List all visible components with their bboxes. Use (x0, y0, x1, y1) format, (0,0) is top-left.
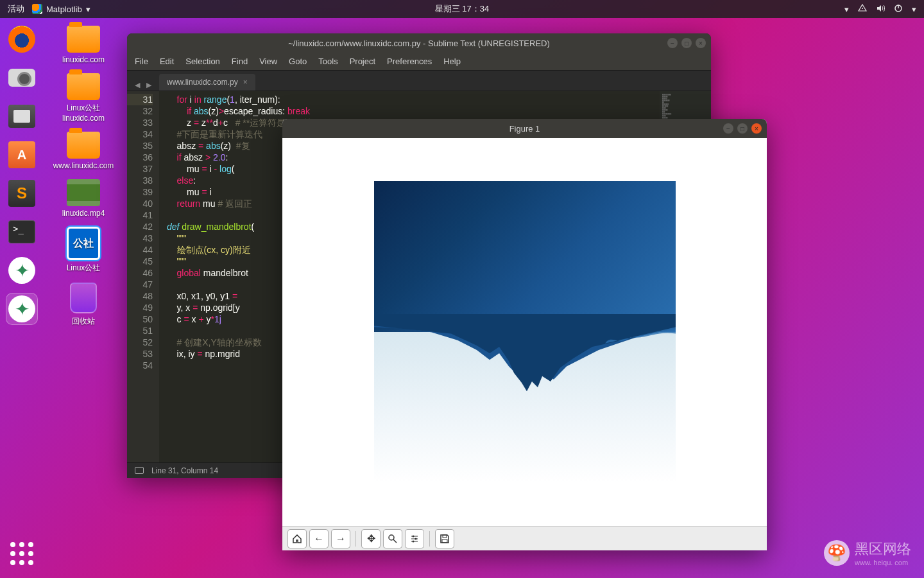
folder-icon (67, 26, 100, 53)
top-panel: 活动 Matplotlib ▾ 星期三 17：34 ▾ ▾ (0, 0, 924, 18)
launcher-terminal[interactable] (6, 216, 38, 248)
desktop-icons: linuxidc.com Linux公社 linuxidc.com www.li… (58, 26, 109, 327)
watermark-icon: 🍄 (824, 540, 850, 566)
figure-window: Figure 1 − □ × ← → ✥ (282, 119, 767, 550)
icon-label: linuxidc.mp4 (62, 209, 105, 218)
mandelbrot-plot (374, 181, 676, 483)
menu-help[interactable]: Help (443, 57, 461, 66)
launcher-firefox[interactable] (6, 23, 38, 55)
icon-label: 回收站 (72, 316, 95, 327)
launcher-software[interactable] (6, 139, 38, 171)
desktop-video[interactable]: linuxidc.mp4 (58, 179, 109, 218)
activities-button[interactable]: 活动 (8, 3, 24, 15)
tab-file[interactable]: www.linuxidc.com.py × (159, 74, 255, 91)
svg-point-9 (415, 538, 417, 539)
sublime-titlebar[interactable]: ~/linuxidc.com/www.linuxidc.com.py - Sub… (127, 33, 711, 53)
launcher-camera[interactable] (6, 62, 38, 94)
svg-point-10 (413, 540, 415, 542)
nav-forward-icon[interactable]: ▶ (144, 80, 154, 91)
svg-point-8 (413, 535, 415, 537)
launcher-matplotlib-2[interactable] (6, 293, 38, 325)
input-source-icon[interactable]: ▾ (844, 4, 849, 14)
forward-button[interactable]: → (331, 529, 350, 548)
video-icon (67, 179, 100, 206)
firefox-icon (8, 26, 35, 53)
line-gutter: 3132333435363738394041424344454647484950… (127, 91, 159, 462)
home-button[interactable] (287, 529, 307, 548)
configure-button[interactable] (405, 529, 424, 548)
launcher-sublime[interactable] (6, 177, 38, 209)
save-button[interactable] (435, 529, 454, 548)
icon-label: Linux公社 (67, 263, 101, 274)
system-dropdown-icon[interactable]: ▾ (912, 4, 916, 14)
icon-label: Linux公社 linuxidc.com (58, 103, 109, 123)
sublime-icon (8, 180, 35, 207)
desktop-trash[interactable]: 回收站 (58, 283, 109, 327)
icon-label: linuxidc.com (62, 55, 105, 64)
terminal-icon (8, 220, 35, 243)
svg-line-4 (393, 539, 397, 543)
volume-icon[interactable] (876, 4, 885, 15)
zoom-button[interactable] (383, 529, 402, 548)
figure-titlebar[interactable]: Figure 1 − □ × (282, 119, 767, 138)
maximize-button[interactable]: □ (737, 123, 748, 134)
desktop-folder-2[interactable]: Linux公社 linuxidc.com (58, 73, 109, 123)
minimize-button[interactable]: − (723, 123, 733, 134)
watermark-url: www. heiqu. com (855, 559, 911, 566)
folder-icon (67, 73, 100, 100)
tab-close-icon[interactable]: × (243, 78, 248, 87)
back-button[interactable]: ← (309, 529, 329, 548)
launcher-dock (0, 18, 44, 578)
svg-point-3 (389, 535, 394, 540)
network-icon[interactable] (858, 4, 867, 15)
cursor-position: Line 31, Column 14 (151, 466, 218, 475)
launcher-matplotlib-1[interactable] (6, 254, 38, 286)
watermark-text: 黑区网络 (855, 539, 911, 559)
desktop-folder-1[interactable]: linuxidc.com (58, 26, 109, 64)
sublime-tabbar: ◀▶ www.linuxidc.com.py × (127, 71, 711, 91)
matplotlib-icon (8, 295, 35, 322)
window-title: Figure 1 (509, 124, 540, 134)
panel-icon[interactable] (135, 467, 144, 474)
menu-view[interactable]: View (259, 57, 277, 66)
power-icon[interactable] (894, 4, 903, 15)
menu-file[interactable]: File (135, 57, 148, 66)
figure-canvas[interactable] (282, 138, 767, 526)
menu-selection[interactable]: Selection (185, 57, 219, 66)
app-menu[interactable]: Matplotlib ▾ (32, 4, 90, 14)
clock[interactable]: 星期三 17：34 (435, 3, 490, 15)
svg-point-0 (862, 8, 863, 9)
close-button[interactable]: × (751, 123, 762, 134)
dropdown-arrow-icon: ▾ (86, 4, 90, 14)
app-name-label: Matplotlib (46, 4, 82, 14)
launcher-files[interactable] (6, 100, 38, 132)
pan-button[interactable]: ✥ (361, 529, 381, 548)
menu-goto[interactable]: Goto (289, 57, 307, 66)
desktop-link[interactable]: 公社Linux公社 (58, 227, 109, 274)
show-apps-button[interactable] (10, 542, 33, 565)
menu-preferences[interactable]: Preferences (387, 57, 432, 66)
icon-label: www.linuxidc.com (53, 161, 114, 170)
menu-tools[interactable]: Tools (318, 57, 338, 66)
matplotlib-icon (8, 257, 35, 284)
folder-icon (67, 132, 100, 159)
window-title: ~/linuxidc.com/www.linuxidc.com.py - Sub… (288, 39, 550, 48)
trash-icon (70, 283, 97, 313)
logo-icon: 公社 (67, 227, 100, 260)
maximize-button[interactable]: □ (681, 38, 692, 48)
software-icon (8, 141, 35, 168)
close-button[interactable]: × (696, 38, 706, 48)
minimize-button[interactable]: − (667, 38, 678, 48)
matplotlib-icon (32, 4, 42, 14)
matplotlib-toolbar: ← → ✥ (282, 526, 767, 550)
menu-edit[interactable]: Edit (160, 57, 174, 66)
camera-icon (8, 69, 35, 87)
menu-find[interactable]: Find (232, 57, 248, 66)
nav-back-icon[interactable]: ◀ (132, 80, 142, 91)
files-icon (8, 105, 35, 128)
menu-project[interactable]: Project (350, 57, 375, 66)
watermark: 🍄 黑区网络 www. heiqu. com (824, 539, 911, 566)
desktop-folder-3[interactable]: www.linuxidc.com (58, 132, 109, 170)
tab-label: www.linuxidc.com.py (167, 78, 238, 87)
sublime-menubar: File Edit Selection Find View Goto Tools… (127, 53, 711, 71)
